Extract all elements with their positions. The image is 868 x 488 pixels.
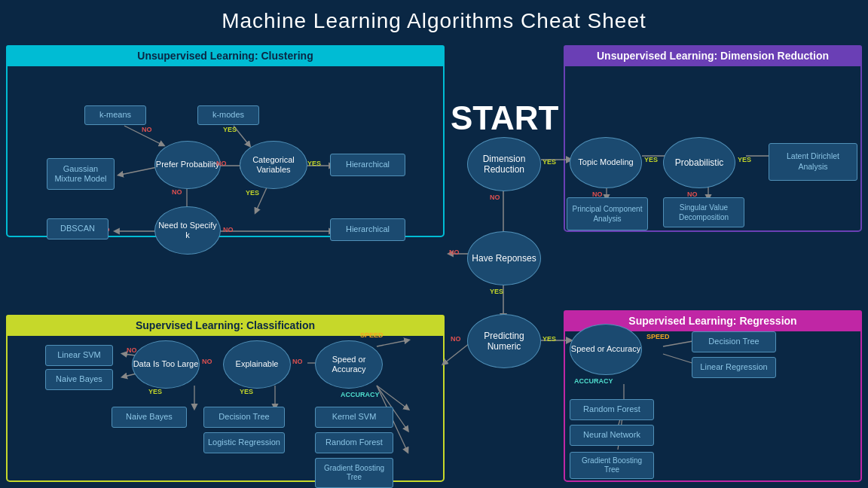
ov-topic-modeling: Topic Modeling bbox=[570, 137, 642, 188]
svg-line-48 bbox=[377, 386, 407, 450]
clustering-section-header: Unsupervised Learning: Clustering bbox=[6, 45, 445, 66]
ov-need-specify: Need to Specify k bbox=[154, 206, 221, 255]
ov-pred-numeric: Predicting Numeric bbox=[467, 314, 541, 368]
svg-line-30 bbox=[124, 126, 162, 145]
ov-speed-acc-class: Speed or Accuracy bbox=[315, 340, 383, 389]
ov-no-large-right: NO bbox=[202, 358, 212, 365]
ov-explainable: Explainable bbox=[223, 340, 291, 389]
svg-line-63 bbox=[618, 407, 624, 450]
ov-no-expl-right: NO bbox=[292, 358, 303, 365]
dim-reduction-section-header: Unsupervised Learning: Dimension Reducti… bbox=[564, 45, 862, 66]
ov-kernel-svm: Kernel SVM bbox=[315, 407, 393, 428]
ov-yes-expl-down: YES bbox=[240, 388, 253, 395]
ov-kmodes: k-modes bbox=[197, 105, 259, 125]
ov-data-large: Data Is Too Large bbox=[132, 340, 200, 389]
ov-dim-reduction: Dimension Reduction bbox=[467, 137, 541, 191]
svg-line-62 bbox=[618, 407, 624, 427]
ov-dim-no: NO bbox=[490, 194, 500, 201]
svg-line-47 bbox=[377, 386, 407, 429]
ov-logistic-reg: Logistic Regression bbox=[203, 432, 285, 453]
ov-no-specify: NO bbox=[99, 226, 110, 233]
ov-prefer-prob: Prefer Probability bbox=[154, 141, 221, 189]
ov-yes-kmodes: YES bbox=[223, 126, 237, 133]
ov-topic-yes: YES bbox=[644, 156, 658, 163]
ov-yes-pref: YES bbox=[99, 160, 113, 167]
classification-section-header: Supervised Learning: Classification bbox=[6, 315, 445, 336]
regression-section-header: Supervised Learning: Regression bbox=[564, 310, 862, 331]
svg-line-59 bbox=[663, 340, 697, 346]
ov-no-pref-right: NO bbox=[216, 160, 227, 167]
ov-latent: Latent Dirichlet Analysis bbox=[769, 143, 857, 181]
ov-reg-neural-net: Neural Network bbox=[570, 425, 654, 446]
ov-prob-no: NO bbox=[687, 191, 698, 198]
ov-grad-boost-class: Gradient Boosting Tree bbox=[315, 458, 393, 488]
svg-line-40 bbox=[124, 367, 164, 377]
ov-speed-acc-reg: Speed or Accuracy bbox=[570, 324, 642, 375]
ov-random-forest-class: Random Forest bbox=[315, 432, 393, 453]
ov-reg-acc: ACCURACY bbox=[574, 377, 613, 385]
ov-acc-class: ACCURACY bbox=[341, 391, 380, 398]
ov-pred-no: NO bbox=[451, 335, 461, 343]
ov-reg-random-forest: Random Forest bbox=[570, 399, 654, 420]
ov-topic-no: NO bbox=[592, 191, 603, 198]
ov-speed-class: SPEED bbox=[360, 331, 384, 339]
ov-decision-tree-class: Decision Tree bbox=[203, 407, 285, 428]
main-title: Machine Learning Algorithms Cheat Sheet bbox=[0, 0, 868, 39]
start-node: START bbox=[451, 99, 558, 137]
ov-reg-decision-tree: Decision Tree bbox=[692, 331, 776, 352]
ov-naive-bayes1: Naive Bayes bbox=[45, 369, 113, 390]
ov-have-responses: Have Reponses bbox=[467, 231, 541, 285]
ov-resp-no: NO bbox=[449, 249, 460, 256]
svg-line-60 bbox=[663, 354, 697, 364]
ov-reg-linear-reg: Linear Regression bbox=[692, 357, 776, 378]
ov-neural-net-class: Neural Network bbox=[315, 458, 393, 479]
classification-box-outline bbox=[6, 315, 445, 482]
ov-dbscan: DBSCAN bbox=[47, 218, 108, 239]
ov-kmeans: k-means bbox=[84, 105, 146, 125]
dim-reduction-box-outline bbox=[564, 45, 862, 232]
ov-no-kmeans: NO bbox=[142, 126, 152, 133]
svg-line-46 bbox=[377, 386, 407, 408]
svg-line-45 bbox=[377, 340, 407, 346]
svg-line-36 bbox=[256, 186, 267, 211]
ov-hier1: Hierarchical bbox=[330, 154, 405, 176]
clustering-box-outline bbox=[6, 45, 445, 237]
ov-probabilistic: Probabilistic bbox=[663, 137, 735, 188]
ov-svd: Singular Value Decomposition bbox=[663, 197, 744, 227]
svg-line-31 bbox=[234, 126, 249, 145]
ov-naive-bayes2: Naive Bayes bbox=[112, 407, 187, 428]
ov-pca: Principal Component Analysis bbox=[567, 197, 648, 230]
ov-dim-yes: YES bbox=[542, 158, 556, 166]
ov-reg-grad-boost: Gradient Boosting Tree bbox=[570, 452, 654, 479]
svg-line-32 bbox=[121, 166, 164, 175]
ov-reg-speed: SPEED bbox=[646, 333, 670, 340]
ov-yes-cat: YES bbox=[307, 160, 321, 167]
ov-no-specify-right: NO bbox=[223, 226, 234, 233]
flow-diagram: Unsupervised Learning: Clustering Superv… bbox=[0, 39, 868, 488]
ov-prob-yes: YES bbox=[738, 156, 751, 163]
svg-line-39 bbox=[124, 354, 164, 359]
ov-no-large-left: NO bbox=[127, 346, 137, 354]
ov-gaussian: Gaussian Mixture Model bbox=[47, 158, 115, 190]
ov-linear-svm: Linear SVM bbox=[45, 345, 113, 366]
ov-no-pref-down: NO bbox=[172, 188, 182, 196]
svg-line-54 bbox=[445, 340, 473, 363]
ov-yes-cat-down: YES bbox=[246, 189, 259, 197]
ov-resp-yes: YES bbox=[490, 288, 503, 295]
regression-box-outline bbox=[564, 310, 862, 482]
ov-categorical: Categorical Variables bbox=[240, 141, 307, 189]
ov-hier2: Hierarchical bbox=[330, 218, 405, 241]
ov-yes-large-down: YES bbox=[148, 388, 162, 395]
ov-pred-yes: YES bbox=[542, 335, 556, 343]
